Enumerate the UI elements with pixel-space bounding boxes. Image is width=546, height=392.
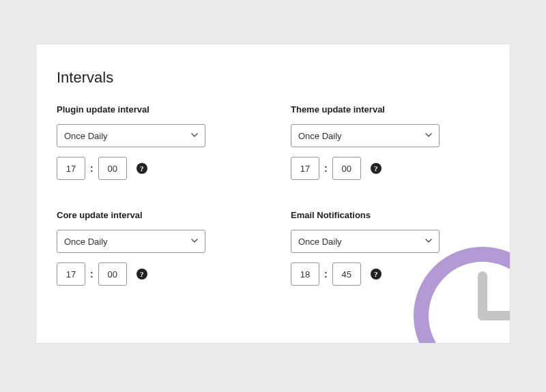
time-colon: : — [89, 269, 94, 280]
email-notifications-minute-input[interactable] — [332, 262, 361, 286]
plugin-update-minute-input[interactable] — [98, 157, 127, 180]
email-notifications-group: Email Notifications Once Daily : ? — [291, 210, 489, 286]
theme-update-interval-label: Theme update interval — [291, 104, 489, 115]
core-update-interval-label: Core update interval — [57, 210, 255, 220]
intervals-card: Intervals Plugin update interval Once Da… — [35, 44, 511, 344]
email-notifications-time-row: : ? — [291, 262, 489, 286]
help-icon[interactable]: ? — [136, 269, 147, 280]
theme-update-minute-input[interactable] — [332, 157, 361, 180]
core-update-interval-select[interactable]: Once Daily — [57, 230, 205, 253]
help-icon[interactable]: ? — [371, 163, 382, 174]
help-icon[interactable]: ? — [371, 269, 382, 280]
plugin-update-interval-group: Plugin update interval Once Daily : ? — [57, 104, 255, 180]
theme-update-interval-select[interactable]: Once Daily — [291, 124, 440, 147]
email-notifications-select-wrap: Once Daily — [291, 230, 440, 253]
time-colon: : — [89, 163, 94, 174]
email-notifications-select[interactable]: Once Daily — [291, 230, 440, 253]
intervals-grid: Plugin update interval Once Daily : ? Th… — [57, 104, 489, 286]
theme-update-time-row: : ? — [291, 157, 489, 180]
core-update-interval-select-wrap: Once Daily — [57, 230, 205, 253]
time-colon: : — [324, 269, 328, 280]
theme-update-interval-group: Theme update interval Once Daily : ? — [291, 104, 489, 180]
help-icon[interactable]: ? — [136, 163, 147, 174]
theme-update-interval-select-wrap: Once Daily — [291, 124, 440, 147]
core-update-time-row: : ? — [57, 262, 255, 286]
plugin-update-hour-input[interactable] — [57, 157, 85, 180]
section-title: Intervals — [57, 69, 489, 87]
plugin-update-interval-select[interactable]: Once Daily — [57, 124, 205, 147]
email-notifications-label: Email Notifications — [291, 210, 489, 220]
plugin-update-interval-select-wrap: Once Daily — [57, 124, 205, 147]
theme-update-hour-input[interactable] — [291, 157, 319, 180]
email-notifications-hour-input[interactable] — [291, 262, 319, 286]
plugin-update-time-row: : ? — [57, 157, 255, 180]
core-update-hour-input[interactable] — [57, 262, 85, 286]
time-colon: : — [324, 163, 328, 174]
core-update-minute-input[interactable] — [98, 262, 127, 286]
core-update-interval-group: Core update interval Once Daily : ? — [57, 210, 255, 286]
plugin-update-interval-label: Plugin update interval — [57, 104, 255, 115]
